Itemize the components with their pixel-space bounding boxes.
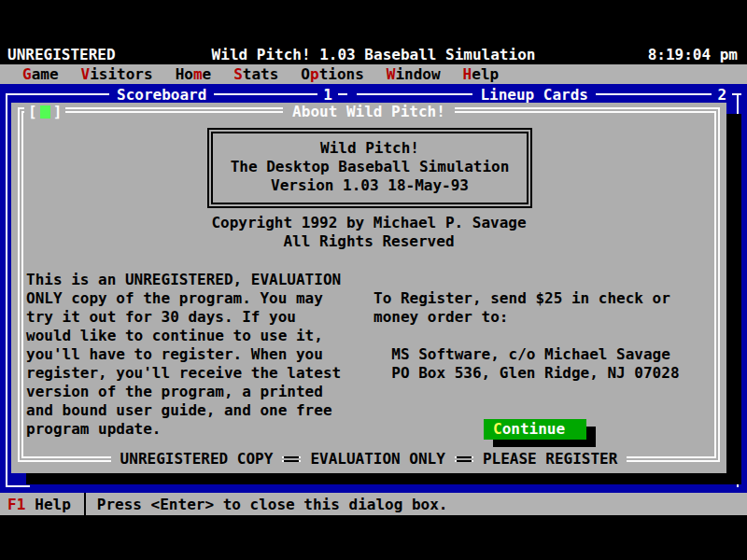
f1-key-hint[interactable]: F1 <box>0 496 25 513</box>
window-scoreboard-titlebar[interactable]: Scoreboard 1 <box>6 86 347 103</box>
border-line <box>214 93 317 95</box>
program-tagline: The Desktop Baseball Simulation <box>213 158 527 176</box>
window-lineup-cards-right-border <box>737 95 739 487</box>
app-title: Wild Pitch! 1.03 Baseball Simulation <box>0 46 747 63</box>
evaluation-notice-text: This is an UNREGISTERED, EVALUATION ONLY… <box>26 271 341 439</box>
window-lineup-cards-title: Lineup Cards <box>472 86 596 104</box>
menu-item-home[interactable]: Home <box>176 65 212 83</box>
menu-item-options[interactable]: Options <box>301 65 363 83</box>
menu-item-window[interactable]: Window <box>387 65 441 83</box>
window-scoreboard-number: 1 <box>317 86 338 104</box>
border-line <box>6 93 109 95</box>
window-lineup-cards-number: 2 <box>712 86 732 104</box>
window-lineup-cards-titlebar[interactable]: Lineup Cards 2 <box>357 86 741 103</box>
program-version: Version 1.03 18-May-93 <box>213 176 527 195</box>
window-scoreboard-title: Scoreboard <box>109 86 214 104</box>
continue-button[interactable]: Continue <box>484 419 586 440</box>
border-line <box>596 93 712 95</box>
registration-info-text: To Register, send $25 in check or money … <box>374 289 680 383</box>
menu-bar: GameVisitorsHomeStatsOptionsWindowHelp <box>0 64 747 84</box>
close-button[interactable]: [] <box>24 103 65 121</box>
window-scoreboard-left-border <box>6 95 7 487</box>
copyright-text: Copyright 1992 by Michael P. Savage All … <box>11 214 726 251</box>
border-line <box>338 93 347 95</box>
footer-unregistered-copy: UNREGISTERED COPY <box>111 450 283 469</box>
footer-please-register: PLEASE REGISTER <box>473 450 627 469</box>
footer-evaluation-only: EVALUATION ONLY <box>301 450 455 469</box>
border-line <box>357 93 472 95</box>
clock: 8:19:04 pm <box>648 46 738 63</box>
statusbar-divider <box>84 493 86 515</box>
dos-screen: { "screen": { "titlebar": { "left": "UNR… <box>0 0 747 560</box>
status-bar: F1 Help Press <Enter> to close this dial… <box>0 493 747 515</box>
footer-separator-line <box>457 456 472 462</box>
program-name: Wild Pitch! <box>213 139 527 158</box>
dialog-title-row: About Wild Pitch! <box>11 103 726 121</box>
window-scoreboard-bottom-border <box>6 485 30 487</box>
menu-item-stats[interactable]: Stats <box>233 65 278 83</box>
dialog-footer: UNREGISTERED COPY EVALUATION ONLY PLEASE… <box>11 450 726 469</box>
footer-separator-line <box>284 456 299 462</box>
f1-key-label[interactable]: Help <box>25 496 71 513</box>
program-info-box: Wild Pitch! The Desktop Baseball Simulat… <box>207 128 532 208</box>
menu-item-help[interactable]: Help <box>463 65 500 83</box>
menu-item-game[interactable]: Game <box>22 65 59 83</box>
dialog-title: About Wild Pitch! <box>283 103 455 121</box>
app-titlebar: UNREGISTERED Wild Pitch! 1.03 Baseball S… <box>0 44 747 64</box>
menu-item-visitors[interactable]: Visitors <box>81 65 153 83</box>
statusbar-message: Press <Enter> to close this dialog box. <box>97 496 448 513</box>
about-dialog: About Wild Pitch! [] Wild Pitch! The Des… <box>11 103 726 473</box>
close-icon <box>40 105 50 119</box>
